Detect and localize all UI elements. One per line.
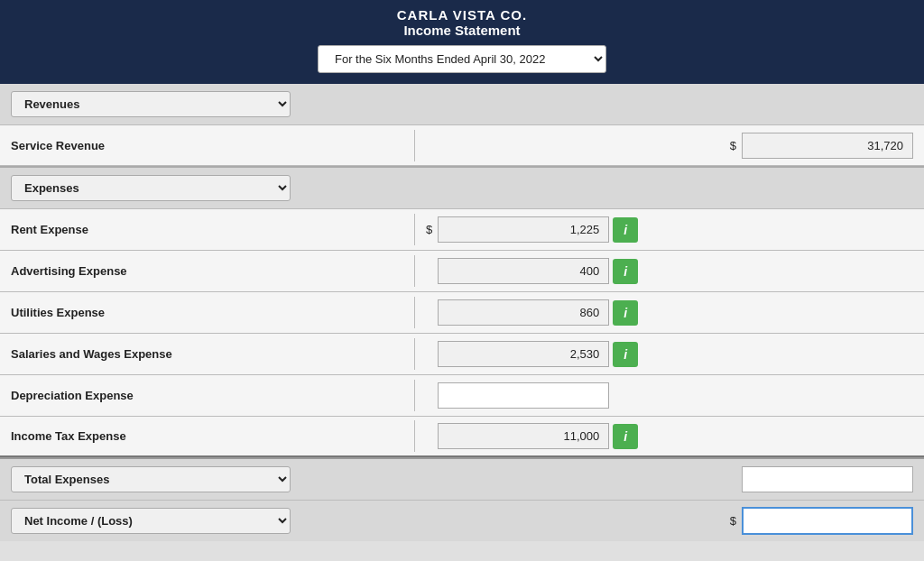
depreciation-expense-value-cell — [438, 382, 609, 409]
depreciation-expense-input[interactable] — [438, 382, 609, 409]
period-select-wrapper: For the Six Months Ended April 30, 2022 … — [0, 45, 924, 73]
service-revenue-input[interactable] — [742, 133, 913, 159]
utilities-expense-label: Utilities Expense — [0, 297, 415, 328]
income-tax-expense-input[interactable] — [438, 423, 609, 449]
revenues-section-header: Revenues — [0, 84, 924, 124]
net-income-select[interactable]: Net Income / (Loss) — [11, 508, 291, 534]
service-revenue-row: Service Revenue $ — [0, 124, 924, 166]
service-revenue-label: Service Revenue — [0, 130, 415, 161]
company-name: CARLA VISTA CO. — [0, 7, 924, 23]
income-tax-expense-row: Income Tax Expense $ i — [0, 416, 924, 457]
rent-expense-input[interactable] — [438, 216, 609, 243]
total-expenses-row: Total Expenses — [0, 457, 924, 500]
income-tax-expense-value-cell: i — [438, 423, 638, 449]
net-income-row: Net Income / (Loss) $ — [0, 500, 924, 541]
advertising-expense-info-btn[interactable]: i — [613, 259, 638, 284]
total-expenses-select[interactable]: Total Expenses — [11, 466, 291, 492]
utilities-expense-value-cell: i — [438, 299, 638, 326]
period-select[interactable]: For the Six Months Ended April 30, 2022 … — [318, 45, 606, 73]
utilities-expense-info-btn[interactable]: i — [613, 300, 638, 326]
net-income-wrapper: Net Income / (Loss) — [0, 501, 301, 541]
rent-expense-value-cell: i — [438, 216, 638, 243]
revenues-section-select[interactable]: Revenues — [11, 91, 291, 117]
expenses-section-select[interactable]: Expenses — [11, 175, 291, 201]
total-expenses-input[interactable] — [742, 466, 913, 492]
service-revenue-value-cell: $ — [730, 133, 924, 159]
utilities-expense-row: Utilities Expense $ i — [0, 291, 924, 333]
advertising-expense-label: Advertising Expense — [0, 255, 415, 287]
main-content: Revenues Service Revenue $ Expenses Rent… — [0, 84, 924, 541]
rent-expense-dollar: $ — [415, 223, 438, 236]
depreciation-expense-row: Depreciation Expense $ — [0, 374, 924, 416]
advertising-expense-row: Advertising Expense $ i — [0, 250, 924, 291]
total-expenses-value-cell — [742, 466, 924, 492]
salaries-expense-input[interactable] — [438, 341, 609, 367]
rent-expense-row: Rent Expense $ i — [0, 208, 924, 250]
advertising-expense-value-cell: i — [438, 258, 638, 284]
total-expenses-wrapper: Total Expenses — [0, 459, 301, 500]
rent-expense-info-btn[interactable]: i — [613, 217, 638, 243]
utilities-expense-input[interactable] — [438, 299, 609, 326]
advertising-expense-input[interactable] — [438, 258, 609, 284]
expenses-section-header: Expenses — [0, 166, 924, 208]
salaries-expense-label: Salaries and Wages Expense — [0, 338, 415, 370]
report-title: Income Statement — [0, 23, 924, 38]
net-income-input[interactable] — [742, 507, 913, 535]
income-tax-expense-info-btn[interactable]: i — [613, 424, 638, 449]
net-income-value-cell: $ — [730, 507, 924, 535]
salaries-expense-row: Salaries and Wages Expense $ i — [0, 333, 924, 374]
salaries-expense-value-cell: i — [438, 341, 638, 367]
page-header: CARLA VISTA CO. Income Statement For the… — [0, 0, 924, 84]
net-income-dollar: $ — [730, 514, 742, 528]
income-tax-expense-label: Income Tax Expense — [0, 420, 415, 452]
service-revenue-dollar: $ — [730, 139, 742, 152]
rent-expense-label: Rent Expense — [0, 214, 415, 245]
salaries-expense-info-btn[interactable]: i — [613, 342, 638, 367]
depreciation-expense-label: Depreciation Expense — [0, 380, 415, 411]
